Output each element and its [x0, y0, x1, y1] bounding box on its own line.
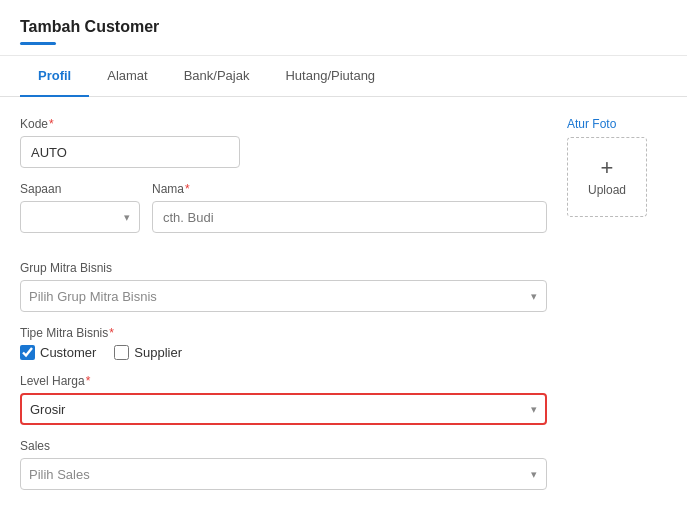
level-harga-label: Level Harga* [20, 374, 547, 388]
supplier-checkbox-label[interactable]: Supplier [114, 345, 182, 360]
level-harga-select-wrapper: Grosir Retail Khusus ▾ [20, 393, 547, 425]
grup-mitra-bisnis-select[interactable]: Pilih Grup Mitra Bisnis [20, 280, 547, 312]
grup-mitra-bisnis-label: Grup Mitra Bisnis [20, 261, 547, 275]
sales-label: Sales [20, 439, 547, 453]
supplier-checkbox-text: Supplier [134, 345, 182, 360]
sales-select-wrapper: Pilih Sales ▾ [20, 458, 547, 490]
upload-foto-box[interactable]: + Upload [567, 137, 647, 217]
page-container: Tambah Customer Profil Alamat Bank/Pajak… [0, 0, 687, 519]
kode-label: Kode* [20, 117, 547, 131]
supplier-checkbox[interactable] [114, 345, 129, 360]
sales-field-group: Sales Pilih Sales ▾ [20, 439, 547, 490]
level-harga-field-group: Level Harga* Grosir Retail Khusus ▾ [20, 374, 547, 425]
customer-checkbox-text: Customer [40, 345, 96, 360]
upload-plus-icon: + [601, 157, 614, 179]
nama-label: Nama* [152, 182, 547, 196]
tipe-mitra-bisnis-field-group: Tipe Mitra Bisnis* Customer Supplier [20, 326, 547, 360]
tab-hutang-piutang[interactable]: Hutang/Piutang [267, 56, 393, 97]
nama-input[interactable] [152, 201, 547, 233]
tab-alamat[interactable]: Alamat [89, 56, 165, 97]
title-underline [20, 42, 56, 45]
tabs-bar: Profil Alamat Bank/Pajak Hutang/Piutang [0, 56, 687, 97]
grup-mitra-bisnis-select-wrapper: Pilih Grup Mitra Bisnis ▾ [20, 280, 547, 312]
tipe-mitra-bisnis-options: Customer Supplier [20, 345, 547, 360]
sapaan-select[interactable]: Bpk. Ibu Tn. Ny. [20, 201, 140, 233]
form-right: Atur Foto + Upload [567, 117, 667, 504]
nama-field-group: Nama* [152, 182, 547, 233]
tab-bank-pajak[interactable]: Bank/Pajak [166, 56, 268, 97]
upload-label: Upload [588, 183, 626, 197]
sapaan-label: Sapaan [20, 182, 140, 196]
form-left: Kode* Sapaan Bpk. Ibu Tn. Ny. [20, 117, 567, 504]
tab-profil[interactable]: Profil [20, 56, 89, 97]
form-body: Kode* Sapaan Bpk. Ibu Tn. Ny. [0, 97, 687, 519]
level-harga-select[interactable]: Grosir Retail Khusus [20, 393, 547, 425]
kode-field-group: Kode* [20, 117, 547, 168]
sapaan-select-wrapper: Bpk. Ibu Tn. Ny. ▾ [20, 201, 140, 233]
page-header: Tambah Customer [0, 0, 687, 56]
sapaan-nama-row: Sapaan Bpk. Ibu Tn. Ny. ▾ Na [20, 182, 547, 247]
customer-checkbox[interactable] [20, 345, 35, 360]
grup-mitra-bisnis-field-group: Grup Mitra Bisnis Pilih Grup Mitra Bisni… [20, 261, 547, 312]
page-title: Tambah Customer [20, 18, 667, 36]
foto-label: Atur Foto [567, 117, 667, 131]
sales-select[interactable]: Pilih Sales [20, 458, 547, 490]
kode-input[interactable] [20, 136, 240, 168]
tipe-mitra-bisnis-label: Tipe Mitra Bisnis* [20, 326, 547, 340]
customer-checkbox-label[interactable]: Customer [20, 345, 96, 360]
sapaan-field-group: Sapaan Bpk. Ibu Tn. Ny. ▾ [20, 182, 140, 233]
